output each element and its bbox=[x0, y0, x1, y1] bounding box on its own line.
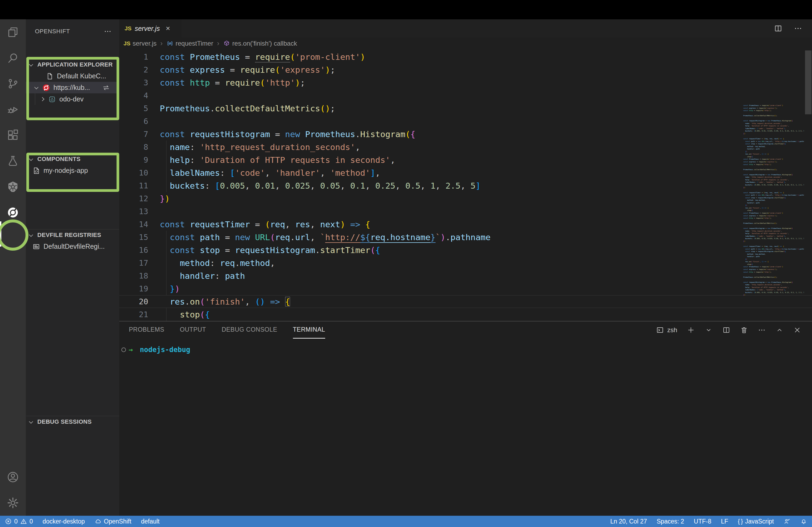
chevron-right-icon[interactable] bbox=[40, 97, 45, 102]
panel-tab-problems[interactable]: PROBLEMS bbox=[129, 321, 164, 338]
close-panel-icon[interactable] bbox=[793, 326, 801, 334]
tree-item-defaultdevfileregi-[interactable]: DefaultDevfileRegi... bbox=[26, 241, 119, 252]
indent-guide bbox=[166, 282, 166, 295]
status-active-namespace[interactable]: default bbox=[141, 518, 160, 525]
maximize-panel-icon[interactable] bbox=[775, 326, 784, 334]
new-terminal-icon[interactable] bbox=[687, 326, 695, 334]
code-line[interactable]: 17 method: req.method, bbox=[119, 257, 812, 269]
code-line[interactable]: 20 res.on('finish', () => { bbox=[119, 295, 812, 308]
status-indentation[interactable]: Spaces: 2 bbox=[657, 518, 684, 525]
activity-bar-extensions-icon[interactable] bbox=[0, 122, 26, 148]
status-cursor-position[interactable]: Ln 20, Col 27 bbox=[610, 518, 647, 525]
code-line[interactable]: 13 bbox=[119, 205, 812, 218]
section-header[interactable]: APPLICATION EXPLORER bbox=[26, 59, 119, 70]
minimap-row: method: req.method, bbox=[743, 199, 804, 201]
section-header[interactable]: DEVFILE REGISTRIES bbox=[26, 229, 119, 241]
code-line[interactable]: 12}) bbox=[119, 192, 812, 205]
code-line[interactable]: 16 const stop = requestHistogram.startTi… bbox=[119, 244, 812, 257]
minimap-row: const requestHistogram = new Prometheus.… bbox=[743, 227, 804, 230]
kill-terminal-icon[interactable] bbox=[740, 326, 748, 334]
code-line[interactable]: 21 stop({ bbox=[119, 308, 812, 321]
prompt-arrow-icon: → bbox=[129, 346, 133, 353]
minimap-row: labelNames: ['code', 'handler', 'method'… bbox=[743, 288, 804, 291]
tree-item-https-kub-[interactable]: https://kub... bbox=[26, 82, 119, 93]
code-line[interactable]: 11 buckets: [0.005, 0.01, 0.025, 0.05, 0… bbox=[119, 179, 812, 192]
breadcrumb-item[interactable]: requestTimer bbox=[166, 40, 213, 47]
editor-more-actions-icon[interactable] bbox=[794, 24, 802, 33]
panel-tab-terminal[interactable]: TERMINAL bbox=[293, 321, 325, 338]
code-line[interactable]: 19 }) bbox=[119, 282, 812, 295]
tab-server-js[interactable]: JS server.js × bbox=[119, 19, 182, 37]
close-tab-icon[interactable]: × bbox=[166, 25, 170, 32]
tree-item-odo-dev[interactable]: odo-dev bbox=[26, 93, 119, 105]
status-language-mode[interactable]: { }JavaScript bbox=[738, 518, 774, 525]
activity-bar-kubernetes-icon[interactable] bbox=[0, 174, 26, 200]
activity-bar-explorer-icon[interactable] bbox=[0, 19, 26, 45]
activity-bar-run-and-debug-icon[interactable] bbox=[0, 96, 26, 122]
minimap-row: stop({ bbox=[743, 155, 804, 158]
panel-tab-output[interactable]: OUTPUT bbox=[180, 321, 206, 338]
code-line[interactable]: 10 labelNames: ['code', 'handler', 'meth… bbox=[119, 166, 812, 179]
line-number: 9 bbox=[119, 153, 148, 166]
split-editor-icon[interactable] bbox=[774, 24, 782, 33]
minimap-row: const requestHistogram = new Prometheus.… bbox=[743, 281, 804, 284]
panel-more-actions-icon[interactable] bbox=[758, 326, 766, 334]
status-encoding[interactable]: UTF-8 bbox=[694, 518, 711, 525]
warning-icon bbox=[20, 518, 27, 525]
status-openshift-status[interactable]: OpenShift bbox=[95, 518, 131, 525]
minimap-row: name: 'http_request_duration_seconds', bbox=[743, 230, 804, 232]
code-text: const http = require('http'); bbox=[160, 76, 305, 89]
terminal-dropdown-icon[interactable] bbox=[705, 326, 713, 334]
code-line[interactable]: 1const Prometheus = require('prom-client… bbox=[119, 50, 812, 63]
minimap-row: }) bbox=[743, 186, 804, 189]
status-feedback[interactable] bbox=[784, 518, 791, 525]
code-line[interactable]: 7const requestHistogram = new Prometheus… bbox=[119, 128, 812, 140]
code-line[interactable]: 8 name: 'http_request_duration_seconds', bbox=[119, 140, 812, 153]
more-actions-icon[interactable] bbox=[104, 27, 112, 35]
line-number: 4 bbox=[119, 89, 148, 102]
shell-selector[interactable]: zsh bbox=[656, 326, 677, 334]
code-line[interactable]: 5Prometheus.collectDefaultMetrics(); bbox=[119, 102, 812, 115]
code-line[interactable]: 18 handler: path bbox=[119, 269, 812, 282]
status-eol[interactable]: LF bbox=[721, 518, 728, 525]
activity-bar-source-control-icon[interactable] bbox=[0, 71, 26, 96]
breadcrumb-item[interactable]: JSserver.js bbox=[124, 40, 157, 47]
line-number: 8 bbox=[119, 140, 148, 153]
code-line[interactable]: 4 bbox=[119, 89, 812, 102]
code-editor[interactable]: 1const Prometheus = require('prom-client… bbox=[119, 49, 812, 321]
activity-bar-search-icon[interactable] bbox=[0, 45, 26, 71]
sidebar-title: OPENSHIFT bbox=[35, 28, 70, 35]
terminal-content[interactable]: → nodejs-debug bbox=[121, 346, 812, 353]
code-line[interactable]: 2const express = require('express'); bbox=[119, 63, 812, 76]
code-line[interactable]: 6 bbox=[119, 115, 812, 128]
minimap-row: const Prometheus = require('prom-client'… bbox=[743, 104, 804, 107]
code-line[interactable]: 15 const path = new URL(req.url, `http:/… bbox=[119, 231, 812, 244]
code-text: const Prometheus = require('prom-client'… bbox=[160, 50, 365, 63]
editor-scrollbar[interactable] bbox=[805, 50, 811, 114]
status-kube-context[interactable]: docker-desktop bbox=[43, 518, 85, 525]
minimap-row: const stop = requestHistogram.startTimer… bbox=[743, 250, 804, 253]
minimap-row: const requestTimer = (req, res, next) =>… bbox=[743, 245, 804, 248]
status-notifications[interactable] bbox=[800, 518, 807, 525]
split-terminal-icon[interactable] bbox=[722, 326, 730, 334]
code-line[interactable]: 14const requestTimer = (req, res, next) … bbox=[119, 218, 812, 231]
tree-item-default-kubec-[interactable]: Default KubeC... bbox=[26, 70, 119, 82]
status-problems[interactable]: 00 bbox=[5, 518, 33, 525]
chevron-down-icon[interactable] bbox=[34, 85, 39, 89]
code-line[interactable]: 9 help: 'Duration of HTTP requests in se… bbox=[119, 153, 812, 166]
panel-tab-debug-console[interactable]: DEBUG CONSOLE bbox=[221, 321, 277, 338]
activity-bar-accounts-icon[interactable] bbox=[0, 464, 26, 490]
minimap[interactable]: const Prometheus = require('prom-client'… bbox=[743, 104, 804, 296]
code-text: name: 'http_request_duration_seconds', bbox=[160, 140, 360, 153]
tree-item-my-nodejs-app[interactable]: my-nodejs-app bbox=[26, 165, 119, 176]
sync-icon[interactable] bbox=[102, 84, 110, 92]
breadcrumb-item[interactable]: res.on('finish') callback bbox=[223, 40, 297, 47]
activity-bar-manage-gear-icon[interactable] bbox=[0, 490, 26, 516]
minimap-row: buckets: [0.005, 0.01, 0.025, 0.05, 0.1,… bbox=[743, 237, 804, 240]
activity-bar-testing-icon[interactable] bbox=[0, 148, 26, 174]
code-line[interactable]: 3const http = require('http'); bbox=[119, 76, 812, 89]
section-header[interactable]: DEBUG SESSIONS bbox=[26, 416, 119, 427]
minimap-row: name: 'http_request_duration_seconds', bbox=[743, 283, 804, 286]
activity-bar-openshift-icon[interactable] bbox=[0, 200, 26, 225]
section-header[interactable]: COMPONENTS bbox=[26, 153, 119, 165]
